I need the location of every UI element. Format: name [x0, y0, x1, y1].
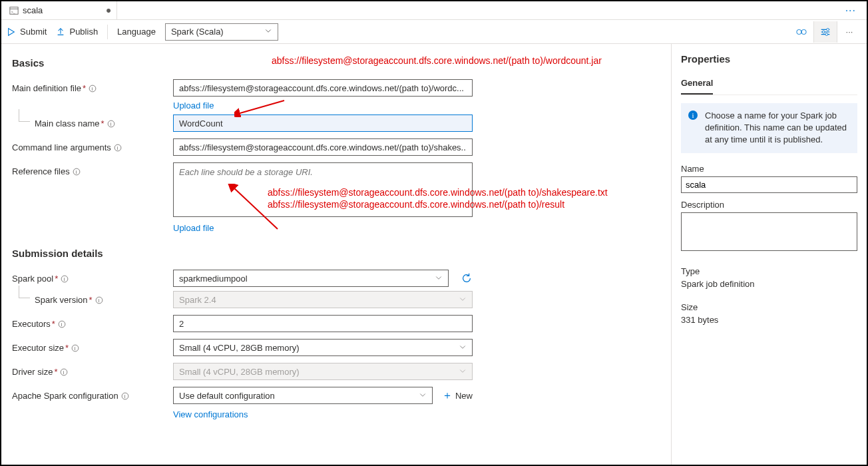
- tab-bar: >_ scala • ···: [1, 1, 867, 20]
- submit-label: Submit: [20, 27, 47, 37]
- settings-panel-button[interactable]: [813, 21, 837, 43]
- reference-files-label: Reference files i: [12, 162, 173, 176]
- svg-text:i: i: [124, 393, 125, 399]
- spark-version-select: Spark 2.4: [173, 291, 473, 308]
- svg-text:i: i: [63, 369, 65, 375]
- spark-pool-select[interactable]: sparkmediumpool: [173, 270, 449, 287]
- main-definition-file-label: Main definition file* i: [12, 79, 173, 93]
- type-label: Type: [681, 266, 857, 276]
- info-icon[interactable]: i: [71, 344, 79, 352]
- info-icon[interactable]: i: [107, 120, 115, 128]
- svg-text:>_: >_: [11, 9, 15, 13]
- tab-title: scala: [23, 5, 43, 15]
- tab-overflow-button[interactable]: ···: [837, 5, 864, 17]
- dirty-indicator-icon: •: [106, 8, 111, 13]
- spark-configuration-select[interactable]: Use default configuration: [173, 387, 433, 404]
- basics-heading: Basics: [12, 57, 660, 69]
- file-tab[interactable]: >_ scala •: [4, 1, 117, 19]
- svg-text:i: i: [116, 145, 118, 151]
- main-class-name-label: Main class name* i: [12, 115, 173, 128]
- svg-text:i: i: [110, 121, 111, 127]
- svg-marker-3: [9, 28, 15, 35]
- svg-point-4: [797, 29, 801, 34]
- command-line-arguments-label: Command line arguments i: [12, 138, 173, 152]
- info-icon[interactable]: i: [73, 168, 81, 176]
- executors-label: Executors* i: [12, 315, 173, 329]
- info-icon: i: [688, 110, 698, 124]
- view-configurations-link[interactable]: View configurations: [173, 409, 248, 419]
- toolbar: Submit Publish Language Spark (Scala) ··…: [1, 20, 867, 44]
- info-icon[interactable]: i: [58, 320, 66, 328]
- description-textarea[interactable]: [681, 212, 857, 251]
- info-icon[interactable]: i: [61, 275, 69, 283]
- script-icon: >_: [9, 6, 19, 15]
- info-icon[interactable]: i: [89, 85, 97, 93]
- reference-files-textarea[interactable]: [173, 162, 473, 217]
- driver-size-label: Driver size* i: [12, 363, 173, 377]
- svg-text:i: i: [92, 86, 93, 92]
- publish-button[interactable]: Publish: [56, 27, 98, 37]
- tab-general[interactable]: General: [681, 73, 713, 95]
- submit-button[interactable]: Submit: [7, 27, 47, 37]
- chevron-down-icon: [459, 343, 467, 353]
- play-icon: [7, 27, 16, 37]
- executors-input[interactable]: [173, 315, 473, 332]
- executor-size-label: Executor size* i: [12, 339, 173, 353]
- refresh-button[interactable]: [461, 272, 473, 284]
- name-input[interactable]: [681, 176, 857, 193]
- upload-file-link-2[interactable]: Upload file: [173, 223, 214, 233]
- chevron-down-icon: [459, 295, 467, 305]
- info-icon[interactable]: i: [60, 368, 68, 376]
- chevron-down-icon: [419, 391, 427, 401]
- svg-text:i: i: [98, 298, 99, 304]
- svg-point-6: [827, 28, 829, 31]
- language-label: Language: [117, 27, 156, 37]
- svg-text:i: i: [692, 111, 694, 119]
- plus-icon: ＋: [442, 389, 453, 403]
- publish-label: Publish: [69, 27, 98, 37]
- info-icon[interactable]: i: [95, 296, 103, 304]
- chevron-down-icon: [459, 367, 467, 377]
- type-value: Spark job definition: [681, 279, 857, 289]
- spark-configuration-label: Apache Spark configuration i: [12, 387, 173, 401]
- info-icon[interactable]: i: [114, 144, 122, 152]
- svg-point-7: [823, 31, 825, 33]
- command-line-arguments-input[interactable]: [173, 138, 473, 156]
- svg-text:i: i: [75, 346, 76, 351]
- language-select[interactable]: Spark (Scala): [165, 23, 278, 41]
- more-actions-button[interactable]: ···: [837, 21, 861, 43]
- language-value: Spark (Scala): [171, 27, 224, 37]
- submission-heading: Submission details: [12, 248, 660, 259]
- upload-icon: [56, 27, 65, 37]
- svg-text:i: i: [75, 169, 77, 175]
- relationships-button[interactable]: [789, 21, 813, 43]
- driver-size-select: Small (4 vCPU, 28GB memory): [173, 363, 473, 380]
- main-class-name-input[interactable]: [173, 115, 473, 132]
- info-callout: i Choose a name for your Spark job defin…: [681, 103, 857, 153]
- properties-heading: Properties: [681, 53, 857, 65]
- svg-text:i: i: [61, 322, 62, 328]
- svg-point-5: [801, 29, 806, 34]
- description-label: Description: [681, 200, 857, 210]
- chevron-down-icon: [435, 274, 443, 284]
- svg-point-8: [825, 33, 828, 35]
- executor-size-select[interactable]: Small (4 vCPU, 28GB memory): [173, 339, 473, 356]
- main-definition-file-input[interactable]: [173, 79, 473, 97]
- main-panel: abfss://filesystem@storageaccount.dfs.co…: [1, 44, 671, 465]
- spark-pool-label: Spark pool* i: [12, 270, 173, 284]
- info-icon[interactable]: i: [121, 392, 129, 400]
- chevron-down-icon: [264, 27, 272, 37]
- size-label: Size: [681, 302, 857, 312]
- spark-version-label: Spark version* i: [12, 291, 173, 305]
- new-configuration-button[interactable]: ＋ New: [442, 389, 473, 403]
- svg-text:i: i: [64, 276, 65, 282]
- size-value: 331 bytes: [681, 315, 857, 325]
- upload-file-link[interactable]: Upload file: [173, 101, 214, 111]
- properties-panel: Properties General i Choose a name for y…: [671, 44, 867, 465]
- name-label: Name: [681, 164, 857, 174]
